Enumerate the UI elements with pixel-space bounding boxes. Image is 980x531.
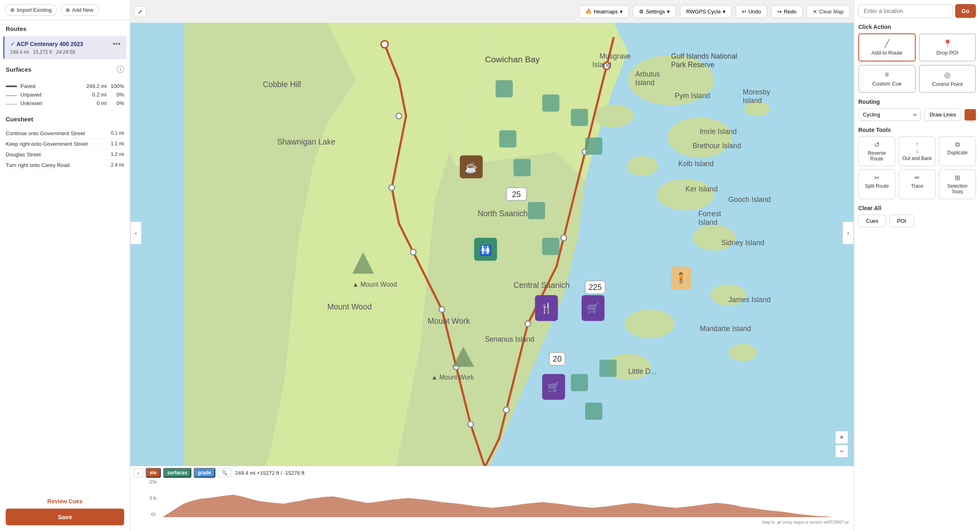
cycle-map-button[interactable]: RWGPS Cycle ▾ (680, 5, 732, 18)
routing-row: Cycling Walking Driving Draw Lines (858, 108, 976, 121)
svg-text:Brethour Island: Brethour Island (693, 142, 741, 150)
import-icon: ⊕ (10, 7, 15, 13)
clear-map-label: Clear Map (819, 9, 844, 15)
elevation-download-button[interactable]: ↓ (133, 468, 143, 477)
version-info: drag to: 🌶 using rwgps-ui version ab8578… (133, 519, 851, 525)
zoom-in-button[interactable]: + (835, 431, 848, 444)
svg-point-18 (468, 421, 473, 427)
cue-row-3: Turn right onto Carey Road 2.4 mi (6, 160, 124, 171)
location-input[interactable] (858, 4, 953, 18)
svg-point-9 (627, 156, 658, 176)
elevation-ele-tag[interactable]: ele (146, 468, 161, 478)
svg-point-12 (381, 41, 388, 48)
cycle-map-label: RWGPS Cycle (686, 9, 721, 15)
elevation-bar: ↓ ele surfaces grade 🔍 249.4 mi +15272 f… (130, 466, 854, 531)
surfaces-section-title: Surfaces i (0, 61, 130, 79)
route-distance: 249.4 mi (10, 49, 29, 55)
drop-poi-button[interactable]: 📍 Drop POI (919, 33, 976, 61)
control-point-button[interactable]: ◎ Control Point (919, 65, 976, 93)
zoom-out-button[interactable]: − (835, 445, 848, 458)
svg-point-19 (503, 407, 509, 413)
svg-text:Island: Island (743, 97, 762, 105)
svg-text:Little D...: Little D... (628, 367, 656, 375)
add-new-label: Add New (72, 7, 94, 13)
route-list-item[interactable]: ✓ ACP Centenary 400 2023 ••• 249.4 mi 15… (3, 36, 127, 59)
trace-icon: ✏ (914, 174, 920, 182)
svg-text:Mount Work: Mount Work (428, 316, 470, 325)
surfaces-info-icon[interactable]: i (117, 66, 124, 73)
trace-button[interactable]: ✏ Trace (899, 169, 936, 199)
go-button[interactable]: Go (955, 4, 976, 18)
svg-text:Forrest: Forrest (698, 210, 721, 218)
redo-label: Redo (784, 9, 796, 15)
selection-tools-button[interactable]: ⊞ Selection Tools (939, 169, 976, 199)
svg-text:Island: Island (592, 61, 611, 69)
import-existing-button[interactable]: ⊕ Import Existing (5, 4, 57, 16)
cue-dist-3: 2.4 mi (104, 162, 124, 168)
elevation-zoom-button[interactable]: 🔍 (218, 468, 231, 477)
routing-select[interactable]: Cycling Walking Driving (858, 108, 921, 121)
add-new-button[interactable]: ⊕ Add New (60, 4, 99, 16)
add-to-route-label: Add to Route (871, 50, 902, 56)
redo-button[interactable]: ↪ Redo (771, 5, 803, 18)
map-right-arrow[interactable]: › (842, 222, 854, 244)
sidebar: ⊕ Import Existing ⊕ Add New Routes ✓ ACP… (0, 0, 130, 531)
map-left-arrow[interactable]: ‹ (130, 222, 142, 244)
map-canvas[interactable]: Shawnigan Lake Mount Work Mount Wood Nor… (130, 23, 854, 489)
clear-map-button[interactable]: ✕ Clear Map (807, 5, 850, 18)
route-tools-title: Route Tools (858, 127, 976, 133)
drop-poi-icon: 📍 (943, 39, 952, 48)
svg-point-16 (439, 307, 445, 312)
custom-cue-icon: ≡ (885, 70, 889, 79)
custom-cue-button[interactable]: ≡ Custom Cue (858, 65, 916, 93)
surface-unknown-pct: 0% (110, 100, 124, 106)
split-route-label: Split Route (865, 183, 889, 189)
click-action-grid: ╱ Add to Route 📍 Drop POI ≡ Custom Cue ◎… (858, 33, 976, 93)
heatmaps-icon: 🔥 (585, 9, 592, 15)
duplicate-icon: ⧉ (955, 141, 960, 148)
out-and-back-button[interactable]: ↑↓ Out and Back (899, 136, 936, 166)
surfaces-section: Paved 249.2 mi 100% Unpaved 0.2 mi 0% Un… (0, 79, 130, 111)
custom-cue-label: Custom Cue (872, 81, 901, 87)
reverse-route-button[interactable]: ↺ Reverse Route (858, 136, 895, 166)
svg-text:Pym Island: Pym Island (675, 92, 710, 100)
svg-text:🛒: 🛒 (547, 381, 560, 393)
cue-text-3: Turn right onto Carey Road (6, 162, 104, 168)
svg-point-20 (525, 321, 531, 327)
heatmaps-chevron: ▾ (620, 9, 623, 15)
cue-dist-2: 1.2 mi (104, 151, 124, 157)
review-cues-button[interactable]: Review Cues (0, 494, 130, 509)
map-svg: Shawnigan Lake Mount Work Mount Wood Nor… (130, 23, 854, 489)
elevation-grade-tag[interactable]: grade (194, 468, 215, 478)
cue-dist-0: 0.1 mi (104, 130, 124, 136)
clear-cues-button[interactable]: Cues (858, 215, 886, 227)
fullscreen-button[interactable]: ⤢ (134, 6, 146, 17)
svg-text:20: 20 (553, 354, 562, 363)
cycle-map-chevron: ▾ (723, 9, 726, 15)
svg-text:🧍: 🧍 (675, 272, 687, 284)
settings-chevron: ▾ (667, 9, 670, 15)
surface-paved-dist: 249.2 mi (84, 83, 107, 89)
svg-text:🛒: 🛒 (587, 302, 599, 314)
elevation-chart: 2k 1k 0 ele (ft) 50 100 150 200 distance… (133, 478, 851, 519)
route-menu-button[interactable]: ••• (113, 40, 121, 48)
svg-point-6 (625, 309, 675, 338)
settings-button[interactable]: ⚙ Settings ▾ (633, 5, 676, 18)
duplicate-button[interactable]: ⧉ Duplicate (939, 136, 976, 166)
split-route-button[interactable]: ✂ Split Route (858, 169, 895, 199)
svg-rect-63 (514, 159, 531, 176)
route-color-swatch[interactable] (965, 109, 976, 121)
clear-poi-button[interactable]: POI (889, 215, 914, 227)
svg-point-13 (396, 113, 402, 119)
heatmaps-button[interactable]: 🔥 Heatmaps ▾ (579, 5, 629, 18)
svg-text:Moresby: Moresby (743, 88, 770, 96)
svg-point-8 (594, 105, 634, 127)
draw-lines-button[interactable]: Draw Lines (924, 108, 961, 121)
add-to-route-button[interactable]: ╱ Add to Route (858, 33, 916, 61)
svg-point-7 (728, 344, 757, 361)
undo-button[interactable]: ↩ Undo (736, 5, 767, 18)
elevation-surfaces-tag[interactable]: surfaces (163, 468, 191, 478)
save-button[interactable]: Save (6, 509, 124, 525)
route-check-icon: ✓ (10, 41, 15, 47)
surface-paved-row: Paved 249.2 mi 100% (6, 82, 124, 90)
